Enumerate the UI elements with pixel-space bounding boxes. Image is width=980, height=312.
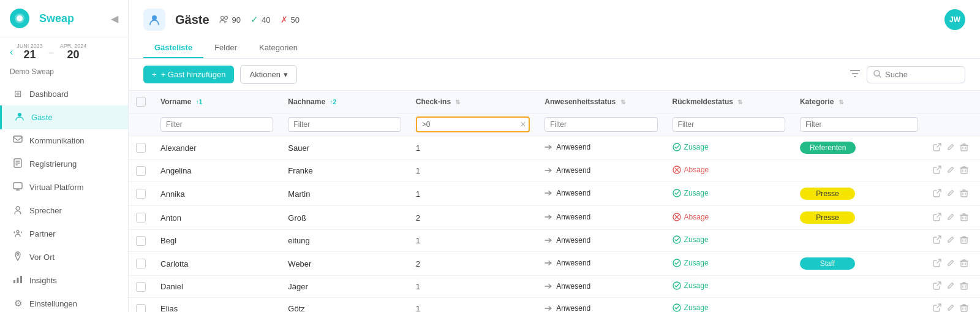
row-actions — [925, 136, 980, 160]
link-icon[interactable] — [933, 213, 941, 223]
filter-anwesenheit-cell — [537, 113, 665, 136]
table-filter-row: ✕ — [129, 113, 980, 136]
sidebar-label-virtual-platform: Virtual Platform — [29, 183, 84, 192]
page-icon — [143, 9, 165, 31]
edit-icon[interactable] — [946, 259, 955, 269]
sidebar-item-sprecher[interactable]: Sprecher — [0, 199, 128, 223]
link-icon[interactable] — [933, 259, 941, 269]
dashboard-icon: ⊞ — [12, 88, 23, 99]
sidebar-item-gaeste[interactable]: Gäste — [0, 105, 128, 129]
col-header-vorname[interactable]: Vorname ↑1 — [153, 91, 281, 113]
collapse-button[interactable]: ◀ — [111, 13, 118, 25]
delete-icon[interactable] — [960, 189, 968, 199]
filter-rueck[interactable] — [673, 117, 785, 132]
delete-icon[interactable] — [960, 166, 968, 176]
svg-rect-14 — [17, 278, 19, 283]
col-header-rueck[interactable]: Rückmeldestatus ⇅ — [665, 91, 793, 113]
col-header-kategorie[interactable]: Kategorie ⇅ — [793, 91, 925, 113]
row-checkbox[interactable] — [136, 236, 146, 246]
edit-icon[interactable] — [946, 166, 955, 176]
row-checkbox[interactable] — [136, 143, 146, 153]
user-avatar[interactable]: JW — [944, 9, 965, 30]
filter-nachname-cell — [281, 113, 408, 136]
tab-felder[interactable]: Felder — [203, 38, 248, 58]
col-header-anwesenheit[interactable]: Anwesenheitsstatus ⇅ — [537, 91, 665, 113]
delete-icon[interactable] — [960, 213, 968, 223]
row-checkbox[interactable] — [136, 189, 146, 199]
add-guest-button[interactable]: + + Gast hinzufügen — [143, 66, 234, 83]
row-checkbox[interactable] — [136, 282, 146, 292]
sidebar-item-vor-ort[interactable]: Vor Ort — [0, 245, 128, 269]
rueck-badge: Zusage — [673, 303, 709, 312]
edit-icon[interactable] — [946, 213, 955, 223]
delete-icon[interactable] — [960, 259, 968, 269]
check-icon: ✓ — [251, 14, 258, 25]
anwesenheit-badge: Anwesend — [545, 236, 590, 245]
row-rueck: Zusage — [665, 276, 793, 298]
edit-icon[interactable] — [946, 281, 955, 292]
checkins-label: Check-ins — [416, 97, 451, 106]
sidebar-item-virtual-platform[interactable]: Virtual Platform — [0, 176, 128, 199]
link-icon[interactable] — [933, 189, 941, 199]
checkins-filter-clear[interactable]: ✕ — [520, 120, 526, 129]
col-header-checkins[interactable]: Check-ins ⇅ — [409, 91, 538, 113]
sidebar-item-dashboard[interactable]: ⊞ Dashboard — [0, 82, 128, 105]
total-count: 90 — [232, 15, 241, 25]
edit-icon[interactable] — [946, 189, 955, 199]
date-back-arrow[interactable]: ‹ — [10, 47, 13, 58]
link-icon[interactable] — [933, 303, 941, 312]
row-rueck: Zusage — [665, 252, 793, 276]
filter-anwesenheit[interactable] — [545, 117, 657, 132]
row-nachname: Sauer — [281, 136, 408, 160]
sidebar-item-insights[interactable]: Insights — [0, 269, 128, 292]
row-rueck: Zusage — [665, 136, 793, 160]
edit-icon[interactable] — [946, 303, 955, 312]
delete-icon[interactable] — [960, 281, 968, 292]
link-icon[interactable] — [933, 235, 941, 246]
sidebar-item-registrierung[interactable]: Registrierung — [0, 152, 128, 176]
actions-button[interactable]: Aktionen ▾ — [240, 65, 297, 84]
table-row: Begl eitung 1 Anwesend Zusage — [129, 230, 980, 252]
link-icon[interactable] — [933, 143, 941, 153]
svg-rect-35 — [961, 191, 967, 197]
row-vorname: Alexander — [153, 136, 281, 160]
edit-icon[interactable] — [946, 235, 955, 246]
search-input[interactable] — [885, 70, 959, 79]
tab-gaesteliste[interactable]: Gästeliste — [143, 38, 203, 58]
row-checkbox[interactable] — [136, 166, 146, 176]
delete-icon[interactable] — [960, 235, 968, 246]
delete-icon[interactable] — [960, 303, 968, 312]
sidebar-header: Sweap ◀ — [0, 0, 128, 37]
filter-vorname[interactable] — [160, 117, 273, 132]
row-checkins: 1 — [409, 182, 538, 206]
row-vorname: Annika — [153, 182, 281, 206]
edit-icon[interactable] — [946, 143, 955, 153]
filter-checkins[interactable] — [416, 116, 530, 132]
row-checkbox[interactable] — [136, 259, 146, 268]
action-icons — [933, 143, 973, 153]
row-actions — [925, 160, 980, 182]
tab-kategorien[interactable]: Kategorien — [248, 38, 309, 58]
sidebar-item-kommunikation[interactable]: Kommunikation — [0, 129, 128, 152]
toolbar: + + Gast hinzufügen Aktionen ▾ — [129, 59, 980, 91]
col-header-nachname[interactable]: Nachname ↑2 — [281, 91, 408, 113]
sidebar-label-partner: Partner — [29, 229, 56, 238]
sidebar-label-insights: Insights — [29, 276, 57, 285]
delete-icon[interactable] — [960, 143, 968, 153]
partner-icon — [12, 229, 23, 239]
sidebar-nav: ⊞ Dashboard Gäste Kommunikation Registri… — [0, 82, 128, 312]
sidebar-item-partner[interactable]: Partner — [0, 223, 128, 245]
link-icon[interactable] — [933, 166, 941, 176]
filter-kategorie[interactable] — [800, 117, 918, 132]
sidebar-item-einstellungen[interactable]: ⚙ Einstellungen — [0, 292, 128, 312]
svg-point-48 — [673, 259, 680, 267]
filter-icon[interactable] — [850, 68, 861, 81]
link-icon[interactable] — [933, 281, 941, 292]
select-all-checkbox[interactable] — [136, 97, 146, 107]
svg-point-2 — [18, 113, 21, 116]
filter-nachname[interactable] — [288, 117, 401, 132]
svg-point-56 — [673, 304, 680, 311]
row-checkbox[interactable] — [136, 213, 146, 223]
row-actions — [925, 252, 980, 276]
row-checkbox[interactable] — [136, 304, 146, 313]
